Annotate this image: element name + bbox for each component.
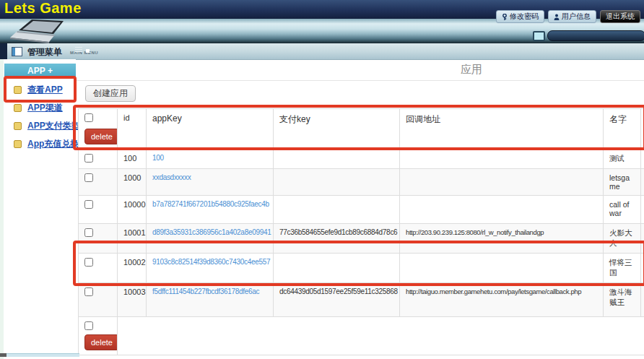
- appkey-cell: 100: [147, 150, 274, 169]
- row-checkbox[interactable]: [84, 154, 93, 163]
- key-icon: [502, 14, 508, 20]
- horizontal-scrollbar[interactable]: [0, 353, 79, 357]
- row-select-cell: [79, 254, 118, 283]
- callback-cell: http://taiguo.member.gamehetu.com/pay/le…: [400, 283, 604, 317]
- sidebar-group-app[interactable]: APP +: [4, 64, 76, 79]
- row-checkbox[interactable]: [84, 200, 93, 209]
- row-select-cell: [79, 224, 118, 254]
- callback-cell: [400, 254, 604, 283]
- id-cell: 10000: [118, 196, 147, 224]
- table-header-row: delete id appKey 支付key 回调地址 名字 f: [79, 109, 644, 150]
- menu-dot: [86, 49, 90, 53]
- logout-button[interactable]: 退出系统: [600, 10, 640, 23]
- appkey-cell: b7a782741f667201b54880c925faec4b: [147, 196, 274, 224]
- paykey-cell: [274, 254, 400, 283]
- user-info-button[interactable]: 用户信息: [548, 10, 596, 23]
- row-select-cell: [79, 169, 118, 196]
- name-cell: 激斗海贼王: [604, 283, 641, 317]
- col-id-header: id: [118, 109, 147, 150]
- appkey-link[interactable]: xxdasdxxxxx: [152, 173, 191, 181]
- bullet-icon: [14, 122, 22, 130]
- user-info-label: 用户信息: [562, 12, 591, 22]
- appkey-cell: f5dffc111454b227fbcdf36178dfe6ac: [147, 283, 274, 317]
- change-password-button[interactable]: 修改密码: [496, 10, 544, 23]
- paykey-cell: [274, 196, 400, 224]
- select-all-checkbox[interactable]: [84, 113, 93, 122]
- fragment-cell: 0: [641, 196, 644, 224]
- menu-bar: 管理菜单 MAIN MENU: [0, 43, 644, 60]
- appkey-cell: d89f3a35931c386956c1a402a8e09941: [147, 224, 274, 254]
- fragment-cell: e: [641, 283, 644, 317]
- id-cell: 100: [118, 150, 147, 169]
- sidebar-item-app-channel[interactable]: APP渠道: [0, 99, 76, 117]
- paykey-cell: [274, 169, 400, 196]
- sidebar-item-label: App充值兑换: [27, 138, 79, 150]
- col-truncated-header: f: [641, 109, 644, 150]
- collapsed-panel: [547, 30, 644, 41]
- appkey-link[interactable]: 9103c8c82514f39d8360c7430c4ee557: [152, 258, 270, 266]
- monitor-icon: [533, 31, 545, 41]
- row-checkbox[interactable]: [84, 228, 93, 237]
- appkey-cell: 9103c8c82514f39d8360c7430c4ee557: [147, 254, 274, 283]
- sidebar-item-view-app[interactable]: 查看APP: [0, 81, 76, 99]
- row-checkbox[interactable]: [84, 287, 93, 296]
- name-cell: 测试: [604, 150, 641, 169]
- user-icon: [554, 14, 560, 20]
- appkey-link[interactable]: 100: [152, 154, 164, 162]
- top-right-toolbar: 修改密码 用户信息 退出系统: [496, 10, 640, 23]
- menu-lines-icon: [75, 47, 82, 52]
- window-icon: [12, 47, 22, 56]
- callback-cell: [400, 169, 604, 196]
- table-row: 10002 9103c8c82514f39d8360c7430c4ee557 悍…: [79, 254, 644, 283]
- appkey-link[interactable]: d89f3a35931c386956c1a402a8e09941: [152, 228, 271, 236]
- row-select-cell: [79, 283, 118, 317]
- sidebar-item-label: APP支付类型: [27, 120, 80, 132]
- delete-button-top[interactable]: delete: [84, 129, 118, 144]
- laptop-image: [10, 20, 85, 43]
- table-row: 10001 d89f3a35931c386956c1a402a8e09941 7…: [79, 224, 644, 254]
- divider: [76, 80, 644, 81]
- row-checkbox[interactable]: [84, 173, 93, 182]
- id-cell: 10002: [118, 254, 147, 283]
- delete-button-bottom[interactable]: delete: [84, 334, 118, 350]
- name-cell: 悍将三国: [604, 254, 641, 283]
- logout-label: 退出系统: [606, 12, 635, 22]
- bullet-icon: [14, 140, 22, 148]
- fragment-cell: 0: [641, 254, 644, 283]
- sidebar-item-label: APP渠道: [27, 102, 63, 114]
- appkey-cell: xxdasdxxxxx: [147, 169, 274, 196]
- paykey-cell: 77c36b584655efe9d1cb89c6884d78c6: [274, 224, 400, 254]
- name-cell: letsgame: [604, 169, 641, 196]
- sidebar: APP + 查看APP APP渠道 APP支付类型 App充值兑换: [0, 59, 76, 359]
- select-all-checkbox-bottom[interactable]: [84, 321, 93, 330]
- menu-bar-left-block: [0, 43, 7, 59]
- name-cell: 火影大人: [604, 224, 641, 254]
- sidebar-item-app-recharge[interactable]: App充值兑换: [0, 135, 76, 153]
- fragment-cell: [641, 169, 644, 196]
- appkey-link[interactable]: b7a782741f667201b54880c925faec4b: [152, 200, 269, 208]
- main-panel: 应用 创建应用 delete id appKey 支付key 回调地址 名字: [76, 59, 644, 359]
- bullet-icon: [14, 104, 22, 112]
- table-row-highlighted: 10003 f5dffc111454b227fbcdf36178dfe6ac d…: [79, 283, 644, 317]
- select-all-cell: delete: [79, 109, 118, 150]
- callback-cell: [400, 196, 604, 224]
- scrollbar-track[interactable]: [6, 353, 79, 357]
- change-password-label: 修改密码: [510, 12, 539, 22]
- col-paykey-header: 支付key: [274, 109, 400, 150]
- id-cell: 10003: [118, 283, 147, 317]
- fragment-cell: a: [641, 224, 644, 254]
- appkey-link[interactable]: f5dffc111454b227fbcdf36178dfe6ac: [152, 287, 259, 295]
- fragment-cell: 0: [641, 150, 644, 169]
- id-cell: 1000: [118, 169, 147, 196]
- footer-select-cell: delete: [79, 317, 118, 355]
- sidebar-item-app-pay-type[interactable]: APP支付类型: [0, 117, 76, 135]
- callback-cell: http://203.90.239.125:8080/rl_w_notify_t…: [400, 224, 604, 254]
- row-checkbox[interactable]: [84, 258, 93, 267]
- sidebar-item-label: 查看APP: [27, 84, 63, 96]
- id-cell: 10001: [118, 224, 147, 254]
- paykey-cell: dc64439d05d1597ee25f59e11c325868: [274, 283, 400, 317]
- create-app-button[interactable]: 创建应用: [85, 85, 136, 102]
- footer-empty-cell: [118, 317, 644, 355]
- name-cell: call of war: [604, 196, 641, 224]
- apps-table: delete id appKey 支付key 回调地址 名字 f 100 100: [78, 108, 644, 355]
